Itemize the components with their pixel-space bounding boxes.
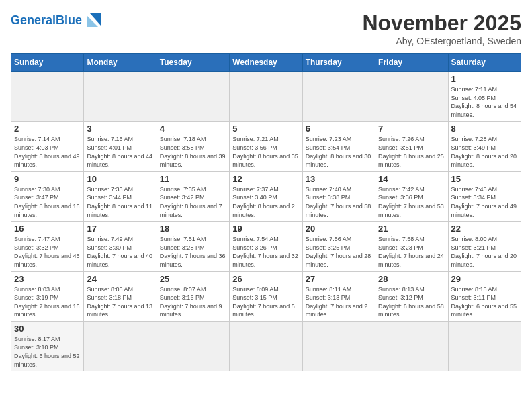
- day-number: 9: [14, 174, 81, 184]
- week-row-4: 16Sunrise: 7:47 AMSunset: 3:32 PMDayligh…: [11, 222, 521, 271]
- calendar-cell: 10Sunrise: 7:33 AMSunset: 3:44 PMDayligh…: [84, 171, 157, 221]
- day-info: Sunrise: 7:30 AMSunset: 3:47 PMDaylight:…: [14, 185, 81, 219]
- calendar-cell: 14Sunrise: 7:42 AMSunset: 3:36 PMDayligh…: [375, 171, 448, 221]
- calendar-cell: 26Sunrise: 8:09 AMSunset: 3:15 PMDayligh…: [230, 271, 302, 321]
- month-title: November 2025: [362, 11, 521, 36]
- calendar-cell: 22Sunrise: 8:00 AMSunset: 3:21 PMDayligh…: [448, 222, 521, 271]
- day-number: 20: [306, 224, 372, 234]
- day-info: Sunrise: 7:28 AMSunset: 3:49 PMDaylight:…: [451, 135, 518, 169]
- day-info: Sunrise: 8:03 AMSunset: 3:19 PMDaylight:…: [14, 285, 81, 319]
- title-area: November 2025 Aby, OEstergoetland, Swede…: [362, 11, 521, 46]
- calendar-cell: 9Sunrise: 7:30 AMSunset: 3:47 PMDaylight…: [11, 171, 84, 221]
- day-number: 12: [232, 174, 299, 184]
- calendar-cell: 15Sunrise: 7:45 AMSunset: 3:34 PMDayligh…: [448, 171, 521, 221]
- day-info: Sunrise: 7:11 AMSunset: 4:05 PMDaylight:…: [451, 85, 518, 119]
- location-subtitle: Aby, OEstergoetland, Sweden: [362, 36, 521, 46]
- calendar-cell: [375, 72, 448, 122]
- day-info: Sunrise: 7:45 AMSunset: 3:34 PMDaylight:…: [451, 185, 518, 219]
- day-info: Sunrise: 7:56 AMSunset: 3:25 PMDaylight:…: [306, 235, 372, 269]
- calendar-cell: [375, 321, 448, 371]
- weekday-header-thursday: Thursday: [302, 54, 375, 72]
- day-number: 21: [378, 224, 445, 234]
- day-number: 11: [160, 174, 226, 184]
- calendar-cell: 29Sunrise: 8:15 AMSunset: 3:11 PMDayligh…: [448, 271, 521, 321]
- calendar-cell: 27Sunrise: 8:11 AMSunset: 3:13 PMDayligh…: [302, 271, 375, 321]
- week-row-5: 23Sunrise: 8:03 AMSunset: 3:19 PMDayligh…: [11, 271, 521, 321]
- calendar-cell: 17Sunrise: 7:49 AMSunset: 3:30 PMDayligh…: [84, 222, 157, 271]
- day-number: 14: [378, 174, 445, 184]
- calendar-cell: 21Sunrise: 7:58 AMSunset: 3:23 PMDayligh…: [375, 222, 448, 271]
- weekday-header-wednesday: Wednesday: [230, 54, 302, 72]
- day-info: Sunrise: 8:05 AMSunset: 3:18 PMDaylight:…: [87, 285, 153, 319]
- day-number: 16: [14, 224, 81, 234]
- weekday-header-tuesday: Tuesday: [157, 54, 229, 72]
- day-number: 19: [232, 224, 299, 234]
- calendar-cell: 19Sunrise: 7:54 AMSunset: 3:26 PMDayligh…: [230, 222, 302, 271]
- day-info: Sunrise: 7:51 AMSunset: 3:28 PMDaylight:…: [160, 235, 226, 269]
- weekday-header-friday: Friday: [375, 54, 448, 72]
- calendar-cell: [84, 72, 157, 122]
- week-row-1: 1Sunrise: 7:11 AMSunset: 4:05 PMDaylight…: [11, 72, 521, 122]
- calendar-table: SundayMondayTuesdayWednesdayThursdayFrid…: [11, 53, 521, 371]
- calendar-cell: [84, 321, 157, 371]
- calendar-cell: 7Sunrise: 7:26 AMSunset: 3:51 PMDaylight…: [375, 122, 448, 171]
- day-info: Sunrise: 8:11 AMSunset: 3:13 PMDaylight:…: [306, 285, 372, 319]
- day-number: 24: [87, 274, 153, 284]
- day-info: Sunrise: 7:40 AMSunset: 3:38 PMDaylight:…: [306, 185, 372, 219]
- day-info: Sunrise: 8:00 AMSunset: 3:21 PMDaylight:…: [451, 235, 518, 269]
- day-info: Sunrise: 8:13 AMSunset: 3:12 PMDaylight:…: [378, 285, 445, 319]
- calendar-cell: 12Sunrise: 7:37 AMSunset: 3:40 PMDayligh…: [230, 171, 302, 221]
- calendar-cell: 25Sunrise: 8:07 AMSunset: 3:16 PMDayligh…: [157, 271, 229, 321]
- calendar-cell: [448, 321, 521, 371]
- calendar-cell: 16Sunrise: 7:47 AMSunset: 3:32 PMDayligh…: [11, 222, 84, 271]
- day-number: 17: [87, 224, 153, 234]
- logo-icon: [85, 11, 103, 30]
- day-number: 6: [306, 124, 372, 134]
- weekday-header-saturday: Saturday: [448, 54, 521, 72]
- day-number: 3: [87, 124, 153, 134]
- logo: GeneralBlue: [11, 11, 103, 30]
- calendar-cell: 20Sunrise: 7:56 AMSunset: 3:25 PMDayligh…: [302, 222, 375, 271]
- day-number: 8: [451, 124, 518, 134]
- day-number: 5: [232, 124, 299, 134]
- calendar-cell: 18Sunrise: 7:51 AMSunset: 3:28 PMDayligh…: [157, 222, 229, 271]
- day-number: 28: [378, 274, 445, 284]
- calendar-cell: 30Sunrise: 8:17 AMSunset: 3:10 PMDayligh…: [11, 321, 84, 371]
- calendar-cell: 2Sunrise: 7:14 AMSunset: 4:03 PMDaylight…: [11, 122, 84, 171]
- weekday-header-monday: Monday: [84, 54, 157, 72]
- calendar-cell: 4Sunrise: 7:18 AMSunset: 3:58 PMDaylight…: [157, 122, 229, 171]
- day-number: 10: [87, 174, 153, 184]
- calendar-cell: 23Sunrise: 8:03 AMSunset: 3:19 PMDayligh…: [11, 271, 84, 321]
- week-row-6: 30Sunrise: 8:17 AMSunset: 3:10 PMDayligh…: [11, 321, 521, 371]
- day-info: Sunrise: 7:47 AMSunset: 3:32 PMDaylight:…: [14, 235, 81, 269]
- week-row-3: 9Sunrise: 7:30 AMSunset: 3:47 PMDaylight…: [11, 171, 521, 221]
- calendar-cell: [157, 321, 229, 371]
- day-number: 27: [306, 274, 372, 284]
- calendar-cell: [302, 321, 375, 371]
- logo-text: GeneralBlue: [11, 14, 82, 26]
- day-info: Sunrise: 7:18 AMSunset: 3:58 PMDaylight:…: [160, 135, 226, 169]
- day-info: Sunrise: 8:07 AMSunset: 3:16 PMDaylight:…: [160, 285, 226, 319]
- weekday-header-row: SundayMondayTuesdayWednesdayThursdayFrid…: [11, 54, 521, 72]
- header: GeneralBlue November 2025 Aby, OEstergoe…: [11, 11, 521, 46]
- day-number: 18: [160, 224, 226, 234]
- day-info: Sunrise: 7:54 AMSunset: 3:26 PMDaylight:…: [232, 235, 299, 269]
- day-info: Sunrise: 8:09 AMSunset: 3:15 PMDaylight:…: [232, 285, 299, 319]
- day-number: 13: [306, 174, 372, 184]
- day-number: 26: [232, 274, 299, 284]
- day-info: Sunrise: 7:16 AMSunset: 4:01 PMDaylight:…: [87, 135, 153, 169]
- day-number: 30: [14, 324, 81, 334]
- day-number: 22: [451, 224, 518, 234]
- weekday-header-sunday: Sunday: [11, 54, 84, 72]
- calendar-cell: 8Sunrise: 7:28 AMSunset: 3:49 PMDaylight…: [448, 122, 521, 171]
- day-info: Sunrise: 7:49 AMSunset: 3:30 PMDaylight:…: [87, 235, 153, 269]
- calendar-cell: 3Sunrise: 7:16 AMSunset: 4:01 PMDaylight…: [84, 122, 157, 171]
- week-row-2: 2Sunrise: 7:14 AMSunset: 4:03 PMDaylight…: [11, 122, 521, 171]
- day-number: 29: [451, 274, 518, 284]
- day-info: Sunrise: 7:33 AMSunset: 3:44 PMDaylight:…: [87, 185, 153, 219]
- day-info: Sunrise: 7:14 AMSunset: 4:03 PMDaylight:…: [14, 135, 81, 169]
- calendar-cell: 28Sunrise: 8:13 AMSunset: 3:12 PMDayligh…: [375, 271, 448, 321]
- day-number: 2: [14, 124, 81, 134]
- day-info: Sunrise: 7:21 AMSunset: 3:56 PMDaylight:…: [232, 135, 299, 169]
- calendar-cell: 5Sunrise: 7:21 AMSunset: 3:56 PMDaylight…: [230, 122, 302, 171]
